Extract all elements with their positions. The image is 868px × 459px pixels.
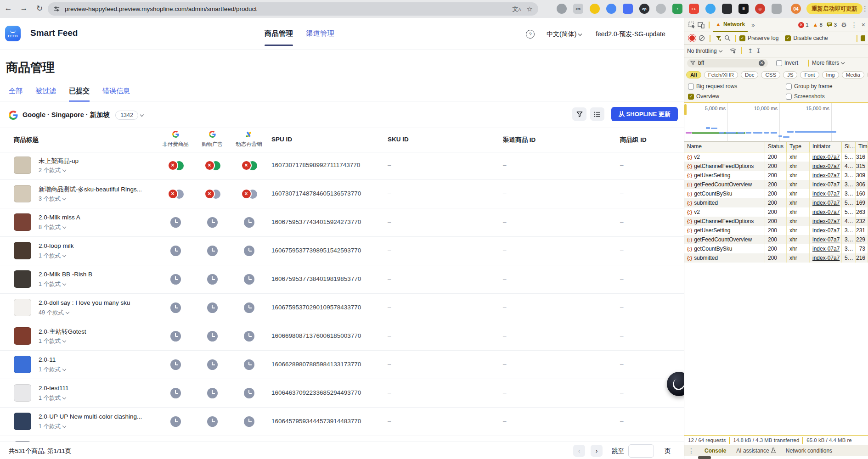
page-number-input[interactable] <box>628 444 654 458</box>
initiator-link[interactable]: index-07a7 <box>812 209 840 215</box>
forward-icon[interactable]: → <box>18 4 29 13</box>
checkbox-preserve-log[interactable] <box>739 35 745 41</box>
timeline-handle[interactable] <box>684 104 687 115</box>
prev-page-button[interactable]: ‹ <box>573 445 585 457</box>
url-text[interactable]: preview-happyfeed.preview.myshopline.com… <box>65 6 507 12</box>
network-request-row[interactable]: {:}getChannelFeedOptions200xhrindex-07a7… <box>684 162 868 171</box>
option-big-request-rows[interactable]: Big request rows <box>688 83 744 90</box>
extension-icon[interactable]: ↑ <box>672 4 682 14</box>
search-icon[interactable] <box>723 34 732 43</box>
more-tabs-icon[interactable]: » <box>751 22 755 28</box>
import-har-icon[interactable]: ↥ <box>748 47 753 55</box>
initiator-link[interactable]: index-07a7 <box>812 163 840 169</box>
tab-product-management[interactable]: 商品管理 <box>265 18 293 50</box>
filter-chip-fetch-xhr[interactable]: Fetch/XHR <box>704 71 738 78</box>
drawer-tab-network-conditions[interactable]: Network conditions <box>786 448 832 454</box>
browser-menu-icon[interactable]: ⋮ <box>862 5 868 13</box>
table-row[interactable]: 2.0-doll say : I love you many sku49 个款式… <box>0 294 684 322</box>
reload-icon[interactable]: ↻ <box>34 4 45 13</box>
product-variants[interactable]: 1 个款式 <box>39 423 66 431</box>
devtools-menu-icon[interactable]: ⋮ <box>851 21 857 28</box>
product-variants[interactable]: 3 个款式 <box>39 195 66 203</box>
checkbox[interactable] <box>786 94 792 100</box>
drawer-tab-ai-assistance[interactable]: AI assistance <box>736 448 775 454</box>
table-row[interactable]: 2.0-loop milk1 个款式1606759537739895154259… <box>0 237 684 265</box>
network-overview-timeline[interactable]: 5,000 ms10,000 ms15,000 ms <box>684 102 868 141</box>
network-conditions-icon[interactable] <box>728 46 738 56</box>
extension-icon[interactable] <box>606 4 616 14</box>
table-row[interactable]: 新增商品测试-多sku-beautiful Rings...3 个款式×××16… <box>0 180 684 208</box>
grid-column-status[interactable]: Status <box>765 142 787 152</box>
extension-icon[interactable] <box>772 4 782 14</box>
filter-chip-doc[interactable]: Doc <box>741 71 758 78</box>
record-icon[interactable] <box>689 35 695 41</box>
browser-update-button[interactable]: 重新启动即可更新 <box>806 3 862 14</box>
checkbox[interactable] <box>688 84 694 90</box>
table-row[interactable]: 2.0-test1111 个款式160646370922336852944937… <box>0 379 684 408</box>
table-row[interactable]: 2.0-Milk BB -Rish B1 个款式1606759537738401… <box>0 265 684 294</box>
site-settings-icon[interactable] <box>53 6 60 12</box>
filter-chip-css[interactable]: CSS <box>761 71 780 78</box>
channel-selector[interactable]: Google · Singapore · 新加坡 1342 <box>9 108 143 122</box>
network-request-row[interactable]: {:}getFeedCountOverview200xhrindex-07a73… <box>684 180 868 189</box>
extension-icon[interactable] <box>557 4 567 14</box>
grid-column-name[interactable]: Name <box>684 142 765 152</box>
extension-badge[interactable]: 04 <box>791 4 801 14</box>
product-variants[interactable]: 1 个款式 <box>39 280 66 288</box>
table-row[interactable]: 2.0-UP UP New multi-color clashing...1 个… <box>0 408 684 436</box>
drawer-tab-console[interactable]: Console <box>705 448 726 454</box>
filter-chip-media[interactable]: Media <box>842 71 864 78</box>
warning-count-badge[interactable]: ▲8 <box>813 22 823 28</box>
initiator-link[interactable]: index-07a7 <box>812 172 840 179</box>
filter-input[interactable]: bff ✕ <box>687 59 768 67</box>
language-selector[interactable]: 中文(简体) <box>547 30 581 39</box>
error-count-badge[interactable]: ✕1 <box>798 22 808 28</box>
display-settings-button[interactable] <box>590 107 604 121</box>
extension-icon[interactable]: ⠿ <box>738 4 749 14</box>
checkbox[interactable] <box>688 94 694 100</box>
filter-chip-img[interactable]: Img <box>822 71 839 78</box>
product-variants[interactable]: 49 个款式 <box>39 309 69 317</box>
network-request-row[interactable]: {:}v2200xhrindex-07a75…316 <box>684 152 868 162</box>
chevron-down-icon[interactable] <box>140 112 144 116</box>
table-row[interactable]: 2.0-111 个款式16066289807885984133173770––– <box>0 351 684 379</box>
extension-icon[interactable] <box>705 4 716 14</box>
invert-checkbox[interactable] <box>776 60 782 66</box>
extension-icon[interactable] <box>722 4 732 14</box>
network-request-row[interactable]: {:}getChannelFeedOptions200xhrindex-07a7… <box>684 217 868 226</box>
product-variants[interactable]: 1 个款式 <box>39 337 66 345</box>
network-request-row[interactable]: {:}getUserSetting200xhrindex-07a73…309 <box>684 171 868 180</box>
table-row[interactable]: 2.0-Milk miss A8 个款式16067595377434015924… <box>0 208 684 237</box>
filter-icon[interactable] <box>714 34 723 43</box>
export-har-icon[interactable]: ↧ <box>755 47 761 55</box>
tab-all[interactable]: 全部 <box>9 87 23 102</box>
clear-filter-icon[interactable]: ✕ <box>759 60 765 66</box>
throttling-select[interactable]: No throttling <box>687 48 722 54</box>
issues-count-badge[interactable]: 3 <box>827 22 837 28</box>
initiator-link[interactable]: index-07a7 <box>812 154 840 160</box>
bookmark-star-icon[interactable]: ☆ <box>527 5 533 13</box>
filter-button[interactable] <box>572 107 586 121</box>
settings-gear-icon[interactable]: ⚙ <box>841 21 847 28</box>
back-icon[interactable]: ← <box>3 4 14 13</box>
inspect-element-icon[interactable] <box>687 20 696 29</box>
product-variants[interactable]: 1 个款式 <box>39 252 66 260</box>
initiator-link[interactable]: index-07a7 <box>812 218 840 224</box>
extension-icon[interactable] <box>623 4 633 14</box>
translate-icon[interactable]: 文A <box>513 5 521 13</box>
network-request-row[interactable]: {:}submitted200xhrindex-07a75…169 <box>684 198 868 207</box>
initiator-link[interactable]: index-07a7 <box>812 200 840 206</box>
grid-column-si[interactable]: Si… <box>842 142 856 152</box>
extension-icon[interactable]: cp <box>639 4 649 14</box>
drawer-menu-icon[interactable]: ⋮ <box>688 447 694 454</box>
extension-icon[interactable]: FE <box>689 4 699 14</box>
product-variants[interactable]: 2 个款式 <box>39 167 66 174</box>
network-request-row[interactable]: {:}v2200xhrindex-07a75…263 <box>684 207 868 217</box>
more-filters-select[interactable]: More filters <box>812 60 844 66</box>
table-row[interactable]: 2.0-主站转Gotest1 个款式1606698087137600618500… <box>0 322 684 351</box>
extension-icon[interactable] <box>590 4 600 14</box>
extension-icon[interactable]: ◎ <box>755 4 765 14</box>
network-settings-icon[interactable] <box>861 35 865 41</box>
checkbox[interactable] <box>786 84 792 90</box>
network-request-row[interactable]: {:}getCountBySku200xhrindex-07a73…160 <box>684 189 868 198</box>
